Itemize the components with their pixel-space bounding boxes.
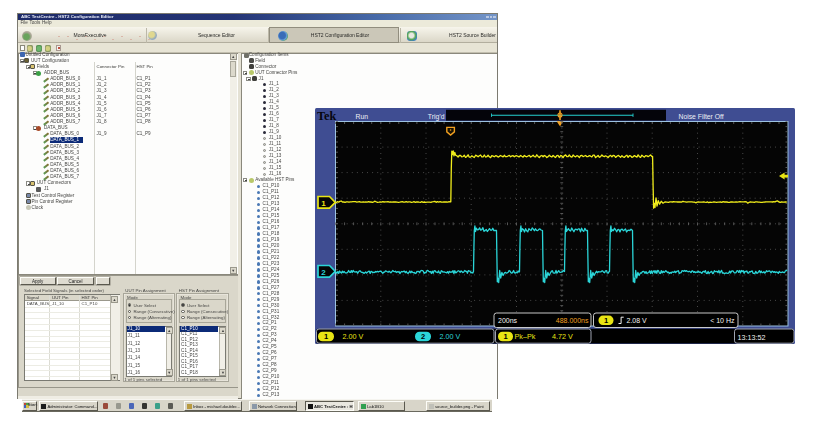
svg-text:200ns: 200ns <box>498 317 518 324</box>
svg-text:Tek: Tek <box>317 109 336 123</box>
svg-text:1: 1 <box>503 332 507 341</box>
svg-text:1: 1 <box>321 199 326 208</box>
svg-text:2.00 V: 2.00 V <box>343 332 364 341</box>
svg-text:488.000ns: 488.000ns <box>556 317 589 324</box>
svg-text:1: 1 <box>324 332 328 341</box>
svg-text:< 10 Hz: < 10 Hz <box>710 317 735 324</box>
svg-text:Run: Run <box>356 113 369 120</box>
svg-text:13:13:52: 13:13:52 <box>738 333 766 342</box>
svg-text:2: 2 <box>421 332 425 341</box>
svg-text:2.08 V: 2.08 V <box>627 317 648 324</box>
svg-text:Trig’d: Trig’d <box>428 113 445 121</box>
svg-text:Pk–Pk: Pk–Pk <box>515 332 536 341</box>
svg-text:2.00 V: 2.00 V <box>440 332 461 341</box>
svg-text:Noise Filter Off: Noise Filter Off <box>679 113 724 120</box>
svg-text:2: 2 <box>321 268 326 277</box>
svg-text:1: 1 <box>604 316 608 325</box>
svg-text:4.72 V: 4.72 V <box>552 332 573 341</box>
